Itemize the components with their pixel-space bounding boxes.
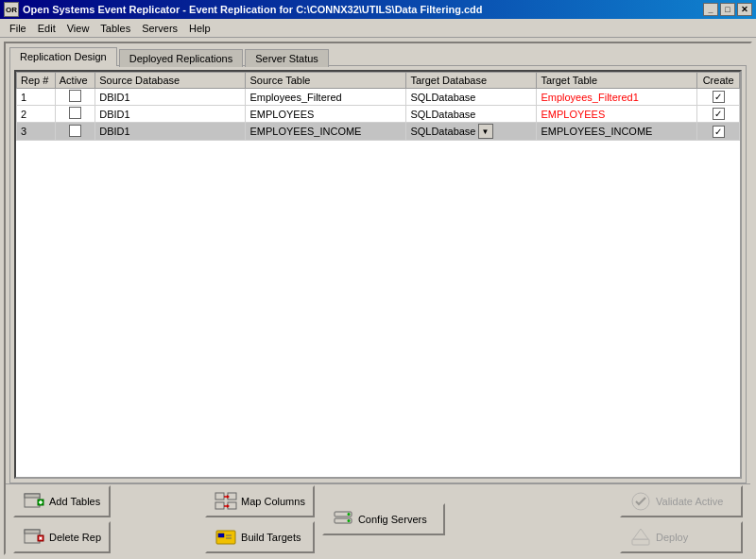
deploy-button[interactable]: Deploy [620, 521, 743, 553]
cell-source-table-2: EMPLOYEES_INCOME [246, 123, 406, 141]
menu-help[interactable]: Help [183, 21, 216, 36]
target-db-dropdown-2[interactable]: ▼ [478, 124, 493, 139]
cell-source-table-0: Employees_Filtered [246, 89, 406, 106]
bottom-toolbar: Add Tables Delete Rep [6, 483, 750, 553]
cell-create-0: ✓ [697, 89, 740, 106]
toolbar-left: Add Tables Delete Rep [13, 485, 111, 553]
menu-edit[interactable]: Edit [32, 21, 61, 36]
col-header-target-table: Target Table [537, 73, 697, 89]
svg-rect-19 [218, 534, 224, 537]
map-columns-icon [215, 490, 237, 513]
cell-source-db-1: DBID1 [95, 106, 246, 123]
col-header-target-db: Target Database [406, 73, 537, 89]
col-header-create: Create [697, 73, 740, 89]
menu-servers[interactable]: Servers [136, 21, 183, 36]
cell-target-db-1: SQLDatabase [406, 106, 537, 123]
cell-target-db-2: SQLDatabase▼ [406, 123, 537, 141]
toolbar-middle2: Config Servers [322, 503, 445, 535]
svg-point-25 [347, 519, 350, 522]
close-button[interactable]: ✕ [737, 3, 752, 16]
cell-rep-1: 2 [17, 106, 56, 123]
svg-rect-6 [25, 530, 40, 534]
cell-source-table-1: EMPLOYEES [246, 106, 406, 123]
col-header-rep: Rep # [17, 73, 56, 89]
replication-table: Rep # Active Source Database Source Tabl… [16, 72, 740, 141]
build-targets-button[interactable]: Build Targets [205, 521, 315, 553]
menu-view[interactable]: View [61, 21, 95, 36]
cell-rep-0: 1 [17, 89, 56, 106]
active-checkbox-1[interactable] [69, 107, 81, 119]
col-header-active: Active [55, 73, 94, 89]
maximize-button[interactable]: □ [720, 3, 735, 16]
table-row[interactable]: 2DBID1EMPLOYEESSQLDatabaseEMPLOYEES✓ [17, 106, 740, 123]
svg-rect-11 [228, 493, 236, 500]
tab-content: Rep # Active Source Database Source Tabl… [9, 65, 747, 483]
svg-rect-14 [215, 502, 224, 509]
add-tables-button[interactable]: Add Tables [13, 485, 111, 517]
col-header-source-db: Source Database [95, 73, 246, 89]
tab-server-status[interactable]: Server Status [245, 49, 329, 67]
config-servers-button[interactable]: Config Servers [322, 503, 445, 535]
svg-marker-28 [633, 529, 648, 539]
create-checkbox-0[interactable]: ✓ [713, 91, 725, 103]
add-tables-icon [23, 490, 45, 513]
cell-create-1: ✓ [697, 106, 740, 123]
svg-rect-27 [632, 539, 649, 545]
window-controls: _ □ ✕ [703, 3, 752, 16]
minimize-button[interactable]: _ [703, 3, 718, 16]
svg-rect-10 [215, 493, 224, 500]
active-checkbox-0[interactable] [69, 90, 81, 102]
cell-active-2 [55, 123, 94, 141]
tab-deployed-replications[interactable]: Deployed Replications [119, 49, 243, 67]
cell-source-db-2: DBID1 [95, 123, 246, 141]
col-header-source-table: Source Table [246, 73, 406, 89]
table-row[interactable]: 3DBID1EMPLOYEES_INCOMESQLDatabase▼EMPLOY… [17, 123, 740, 141]
cell-target-table-0: Employees_Filtered1 [537, 89, 697, 106]
svg-point-23 [347, 513, 350, 516]
window-title: Open Systems Event Replicator - Event Re… [23, 4, 703, 15]
cell-create-2: ✓ [697, 123, 740, 141]
cell-target-table-2: EMPLOYEES_INCOME [537, 123, 697, 141]
main-window: Replication Design Deployed Replications… [4, 42, 752, 555]
tab-replication-design[interactable]: Replication Design [9, 47, 117, 66]
cell-rep-2: 3 [17, 123, 56, 141]
delete-rep-button[interactable]: Delete Rep [13, 521, 111, 553]
config-servers-icon [332, 508, 354, 531]
table-row[interactable]: 1DBID1Employees_FilteredSQLDatabaseEmplo… [17, 89, 740, 106]
toolbar-middle: Map Columns Build Targets [205, 485, 315, 553]
validate-active-button[interactable]: Validate Active [620, 485, 743, 517]
active-checkbox-2[interactable] [69, 125, 81, 137]
create-checkbox-1[interactable]: ✓ [713, 108, 725, 120]
build-targets-icon [215, 526, 237, 549]
cell-active-1 [55, 106, 94, 123]
cell-active-0 [55, 89, 94, 106]
menu-bar: File Edit View Tables Servers Help [0, 19, 756, 38]
tab-bar: Replication Design Deployed Replications… [6, 43, 750, 65]
cell-target-table-1: EMPLOYEES [537, 106, 697, 123]
validate-active-icon [629, 490, 652, 513]
cell-source-db-0: DBID1 [95, 89, 246, 106]
title-bar: OR Open Systems Event Replicator - Event… [0, 0, 756, 19]
replication-table-container: Rep # Active Source Database Source Tabl… [14, 70, 742, 479]
map-columns-button[interactable]: Map Columns [205, 485, 315, 517]
create-checkbox-2[interactable]: ✓ [713, 126, 725, 138]
cell-target-db-0: SQLDatabase [406, 89, 537, 106]
toolbar-right: Validate Active Deploy [620, 485, 743, 553]
svg-rect-1 [25, 494, 40, 498]
deploy-icon [629, 526, 652, 549]
svg-rect-15 [228, 502, 236, 509]
menu-file[interactable]: File [4, 21, 32, 36]
app-icon: OR [4, 2, 19, 17]
menu-tables[interactable]: Tables [94, 21, 136, 36]
delete-rep-icon [23, 526, 45, 549]
